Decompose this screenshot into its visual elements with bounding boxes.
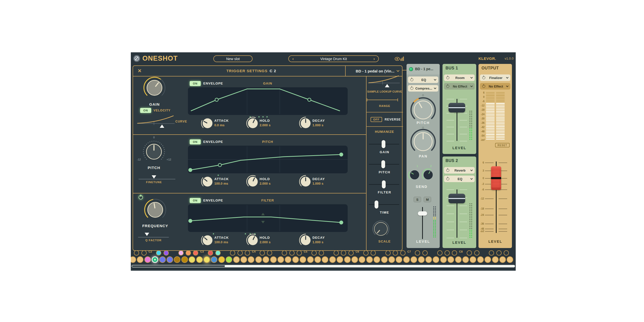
pad-white-41[interactable] xyxy=(433,256,439,263)
pad-white-31[interactable] xyxy=(359,256,365,263)
pad-white-4[interactable] xyxy=(159,256,166,263)
pad-white-16[interactable] xyxy=(248,256,254,263)
pad-black-49[interactable] xyxy=(496,250,502,256)
pad-white-39[interactable] xyxy=(418,256,425,263)
pad-black-0[interactable] xyxy=(134,250,139,256)
pad-white-26[interactable] xyxy=(322,256,328,263)
pad-keyboard: C2C3C4C5C6C7C8 xyxy=(131,52,516,271)
pad-black-13[interactable] xyxy=(230,250,235,256)
pad-black-11[interactable] xyxy=(215,250,221,256)
pad-white-34[interactable] xyxy=(381,256,388,263)
pad-white-43[interactable] xyxy=(448,256,454,263)
pad-white-5[interactable] xyxy=(167,256,173,263)
octave-label-C4: C4 xyxy=(252,250,256,253)
pad-white-28[interactable] xyxy=(337,256,343,263)
pad-white-37[interactable] xyxy=(403,256,410,263)
pad-black-42[interactable] xyxy=(445,250,450,256)
pad-black-27[interactable] xyxy=(334,250,339,256)
pad-black-50[interactable] xyxy=(504,250,509,256)
pad-white-23[interactable] xyxy=(300,256,306,263)
pad-black-35[interactable] xyxy=(393,250,398,256)
pad-white-12[interactable] xyxy=(218,256,225,263)
pad-black-29[interactable] xyxy=(348,250,354,256)
pad-white-47[interactable] xyxy=(477,256,484,263)
pad-black-38[interactable] xyxy=(415,250,420,256)
pad-white-24[interactable] xyxy=(307,256,314,263)
pad-white-25[interactable] xyxy=(314,256,321,263)
pad-black-7[interactable] xyxy=(186,250,191,256)
pad-white-27[interactable] xyxy=(329,256,336,263)
pad-white-9[interactable] xyxy=(196,256,203,263)
pad-white-48[interactable] xyxy=(485,256,491,263)
pad-black-46[interactable] xyxy=(474,250,479,256)
pad-black-31[interactable] xyxy=(363,250,369,256)
pad-white-11[interactable] xyxy=(211,256,217,263)
pad-white-51[interactable] xyxy=(507,256,513,263)
pad-black-17[interactable] xyxy=(260,250,265,256)
oneshot-plugin-window: ONESHOT New slot ‹ Vintage Drum Kit › KL… xyxy=(131,52,516,271)
pad-black-18[interactable] xyxy=(267,250,272,256)
pad-black-10[interactable] xyxy=(208,250,213,256)
pad-white-33[interactable] xyxy=(374,256,380,263)
pad-white-38[interactable] xyxy=(411,256,417,263)
pad-black-24[interactable] xyxy=(311,250,317,256)
pad-white-21[interactable] xyxy=(285,256,291,263)
pad-black-4[interactable] xyxy=(164,250,169,256)
pad-white-1[interactable] xyxy=(137,256,143,263)
pad-black-32[interactable] xyxy=(371,250,376,256)
pad-selected-c2[interactable] xyxy=(152,256,158,263)
pad-white-46[interactable] xyxy=(470,256,476,263)
pad-white-45[interactable] xyxy=(462,256,469,263)
pad-black-20[interactable] xyxy=(282,250,287,256)
pad-black-25[interactable] xyxy=(319,250,324,256)
pad-black-8[interactable] xyxy=(193,250,198,256)
pad-white-36[interactable] xyxy=(396,256,402,263)
octave-label-C7: C7 xyxy=(407,250,411,253)
octave-label-C2: C2 xyxy=(148,250,152,253)
pad-black-3[interactable] xyxy=(156,250,161,256)
pad-white-49[interactable] xyxy=(492,256,499,263)
keyboard-scrollbar-thumb[interactable] xyxy=(225,265,515,267)
pad-black-48[interactable] xyxy=(489,250,494,256)
pad-white-30[interactable] xyxy=(351,256,358,263)
pad-white-32[interactable] xyxy=(366,256,373,263)
pad-white-19[interactable] xyxy=(270,256,277,263)
pad-white-40[interactable] xyxy=(425,256,432,263)
pad-black-6[interactable] xyxy=(178,250,184,256)
pad-white-42[interactable] xyxy=(440,256,447,263)
pad-black-39[interactable] xyxy=(422,250,428,256)
pad-white-2[interactable] xyxy=(144,256,151,263)
pad-black-41[interactable] xyxy=(437,250,442,256)
pad-white-50[interactable] xyxy=(499,256,506,263)
pad-white-14[interactable] xyxy=(233,256,240,263)
pad-white-35[interactable] xyxy=(388,256,395,263)
pad-black-34[interactable] xyxy=(385,250,391,256)
pad-white-13[interactable] xyxy=(226,256,232,263)
pad-black-43[interactable] xyxy=(452,250,457,256)
pad-black-14[interactable] xyxy=(237,250,243,256)
pad-black-1[interactable] xyxy=(141,250,147,256)
octave-label-C8: C8 xyxy=(459,250,463,253)
pad-white-17[interactable] xyxy=(255,256,262,263)
pad-white-6[interactable] xyxy=(174,256,180,263)
pad-selected-dot xyxy=(154,259,156,260)
pad-white-20[interactable] xyxy=(277,256,284,263)
pad-white-18[interactable] xyxy=(263,256,269,263)
octave-label-C6: C6 xyxy=(355,250,359,253)
pad-black-15[interactable] xyxy=(245,250,250,256)
pad-black-36[interactable] xyxy=(400,250,406,256)
pad-white-8[interactable] xyxy=(189,256,195,263)
pad-white-7[interactable] xyxy=(181,256,188,263)
pad-white-15[interactable] xyxy=(240,256,247,263)
pad-white-10[interactable] xyxy=(204,256,210,263)
pad-black-22[interactable] xyxy=(297,250,302,256)
pad-black-21[interactable] xyxy=(289,250,295,256)
octave-label-C5: C5 xyxy=(304,250,307,253)
pad-black-45[interactable] xyxy=(467,250,472,256)
pad-black-28[interactable] xyxy=(341,250,346,256)
pad-white-29[interactable] xyxy=(344,256,351,263)
pad-white-22[interactable] xyxy=(292,256,299,263)
octave-label-C3: C3 xyxy=(200,250,204,253)
pad-white-44[interactable] xyxy=(455,256,462,263)
pad-white-0[interactable] xyxy=(131,256,136,263)
